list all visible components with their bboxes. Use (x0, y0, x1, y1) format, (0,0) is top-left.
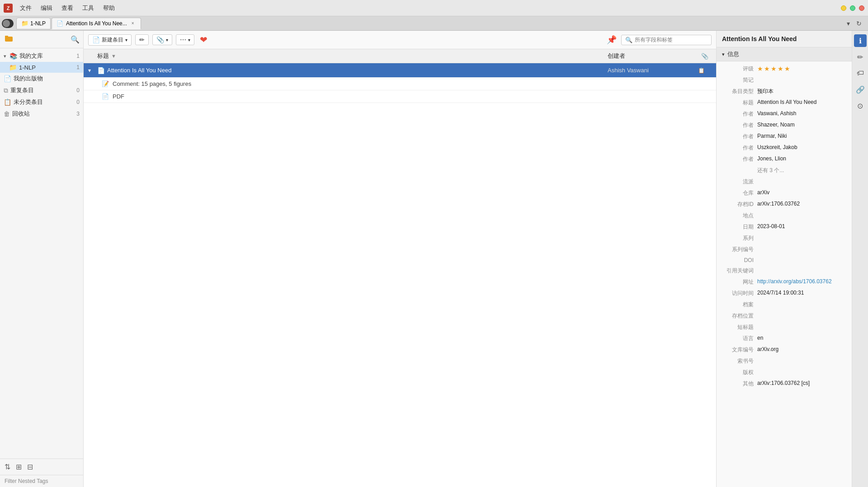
maximize-button[interactable] (850, 5, 855, 11)
child-row-pdf[interactable]: 📄 PDF (84, 90, 716, 103)
more-button[interactable]: ⋯ ▾ (176, 34, 194, 45)
sidebar-item-publications[interactable]: 📄 我的出版物 (0, 73, 83, 84)
info-section-content: 评级 ★ ★ ★ ★ ★ 简记 条目类型 (717, 61, 852, 391)
cite-key-value[interactable] (757, 267, 846, 275)
access-date-label: 访问时间 (722, 290, 754, 297)
archiveid-value[interactable]: arXiv:1706.03762 (757, 201, 846, 208)
annotate-button[interactable]: ✏ (135, 34, 149, 45)
menu-help[interactable]: 帮助 (99, 3, 118, 13)
star-4[interactable]: ★ (778, 65, 783, 73)
paper-tab[interactable]: 📄 Attention Is All You Nee... × (52, 18, 141, 29)
sidebar-item-1nlp[interactable]: 📁 1-NLP 1 (0, 62, 83, 73)
star-3[interactable]: ★ (771, 65, 777, 73)
row-creator: Ashish Vaswani (608, 67, 698, 74)
rating-stars[interactable]: ★ ★ ★ ★ ★ (757, 65, 790, 73)
related-panel-button[interactable]: 🔗 (854, 83, 867, 96)
row-doc-icon: 📄 (97, 67, 105, 74)
menu-file[interactable]: 文件 (16, 3, 35, 13)
right-panel-title: Attention Is All You Need (717, 31, 852, 47)
location-label: 地点 (722, 212, 754, 220)
search-input[interactable] (635, 37, 708, 43)
tab-refresh-button[interactable]: ↻ (854, 19, 863, 28)
author-3-label: 作者 (722, 133, 754, 140)
location-value[interactable] (757, 212, 846, 220)
paper-tab-close[interactable]: × (130, 20, 136, 27)
tabbar: 📁 1-NLP 📄 Attention Is All You Nee... × … (0, 16, 868, 31)
archive-value[interactable] (757, 301, 846, 309)
main-layout: 🔍 ▾ 📚 我的文库 1 📁 1-NLP 1 📄 我的出版物 (0, 31, 868, 487)
pin-button[interactable]: 📌 (606, 34, 618, 46)
sidebar-item-unfiled[interactable]: 📋 未分类条目 0 (0, 96, 83, 108)
author-3-value[interactable]: Parmar, Niki (757, 133, 846, 140)
author-1-value[interactable]: Vaswani, Ashish (757, 110, 846, 118)
sidebar-item-trash[interactable]: 🗑 回收站 3 (0, 108, 83, 120)
series-number-value[interactable] (757, 246, 846, 253)
star-2[interactable]: ★ (764, 65, 770, 73)
type-label: 条目类型 (722, 88, 754, 95)
folder-tab[interactable]: 📁 1-NLP (16, 18, 51, 29)
info-row-type: 条目类型 预印本 (717, 86, 852, 97)
abstract-value (757, 76, 846, 84)
sidebar-toolbar: 🔍 (0, 31, 83, 48)
archive-location-value[interactable] (757, 312, 846, 320)
repository-value[interactable]: arXiv (757, 189, 846, 197)
app-logo: Z (4, 4, 13, 13)
menu-tools[interactable]: 工具 (79, 3, 98, 13)
child-row-comment[interactable]: 📝 Comment: 15 pages, 5 figures (84, 78, 716, 90)
folder-tab-icon: 📁 (21, 20, 28, 27)
language-value[interactable]: en (757, 335, 846, 342)
info-section-label: 信息 (727, 50, 739, 58)
extra-value[interactable]: arXiv:1706.03762 [cs] (757, 380, 846, 388)
dark-mode-toggle[interactable] (2, 19, 14, 28)
sidebar-search-button[interactable]: 🔍 (71, 35, 80, 44)
date-value[interactable]: 2023-08-01 (757, 223, 846, 231)
table-row[interactable]: ▾ 📄 Attention Is All You Need Ashish Vas… (84, 63, 716, 78)
group-button[interactable]: ⊞ (15, 462, 23, 472)
cite-key-label: 引用关键词 (722, 267, 754, 275)
menu-view[interactable]: 查看 (58, 3, 77, 13)
sort-button[interactable]: ⇅ (4, 462, 11, 472)
call-number-value[interactable] (757, 357, 846, 365)
close-button[interactable] (859, 5, 864, 11)
library-count: 1 (76, 53, 80, 59)
th-creator[interactable]: 创建者 (608, 52, 698, 60)
tab-dropdown-button[interactable]: ▾ (845, 19, 852, 28)
url-value[interactable]: http://arxiv.org/abs/1706.03762 (757, 278, 846, 286)
series-value[interactable] (757, 234, 846, 242)
row-attach: 📋 (698, 67, 712, 74)
add-item-button[interactable]: 📄 新建条目 ▾ (88, 34, 132, 46)
info-row-more-authors: 还有 3 个... (717, 165, 852, 176)
add-attach-button[interactable]: 📎 ▾ (152, 34, 172, 45)
star-5[interactable]: ★ (784, 65, 790, 73)
menu-edit[interactable]: 编辑 (37, 3, 56, 13)
row-expand-icon[interactable]: ▾ (88, 67, 97, 74)
info-panel-icon: ℹ (859, 37, 862, 45)
sidebar-item-my-library[interactable]: ▾ 📚 我的文库 1 (0, 50, 83, 62)
short-title-value[interactable] (757, 323, 846, 331)
info-chevron-icon: ▾ (722, 52, 725, 57)
th-title[interactable]: 标题 ▼ (97, 52, 608, 60)
author-4-value[interactable]: Uszkoreit, Jakob (757, 144, 846, 152)
collapse-button[interactable]: ⊟ (26, 462, 34, 472)
author-5-value[interactable]: Jones, Llion (757, 155, 846, 163)
author-2-value[interactable]: Shazeer, Noam (757, 122, 846, 129)
heart-button[interactable]: ❤ (198, 33, 209, 46)
genre-value[interactable] (757, 178, 846, 186)
more-authors-value: 还有 3 个... (757, 167, 846, 174)
new-collection-button[interactable] (4, 33, 14, 45)
filter-tags[interactable]: Filter Nested Tags (0, 475, 83, 487)
tags-panel-button[interactable]: 🏷 (854, 67, 867, 80)
title-value[interactable]: Attention Is All You Need (757, 99, 846, 107)
type-value[interactable]: 预印本 (757, 88, 846, 95)
duplicates-count: 0 (76, 87, 80, 94)
doi-value[interactable] (757, 257, 846, 263)
info-panel-button[interactable]: ℹ (854, 34, 867, 47)
sidebar-item-duplicates[interactable]: ⧉ 重复条目 0 (0, 84, 83, 96)
notes-panel-button[interactable]: ✏ (854, 51, 867, 63)
library-num-value[interactable]: arXiv.org (757, 346, 846, 354)
minimize-button[interactable] (841, 5, 846, 11)
star-1[interactable]: ★ (757, 65, 763, 73)
info-section-header[interactable]: ▾ 信息 (717, 47, 852, 61)
locate-panel-button[interactable]: ⊙ (854, 99, 867, 112)
rights-value[interactable] (757, 369, 846, 376)
